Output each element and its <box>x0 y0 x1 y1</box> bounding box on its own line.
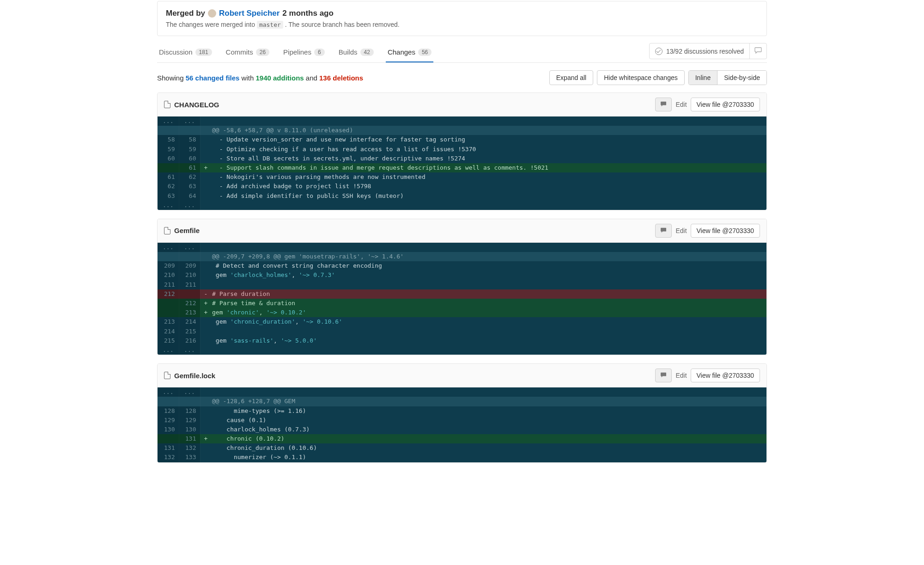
summary-files[interactable]: 56 changed files <box>186 74 240 82</box>
comment-icon <box>660 372 667 378</box>
author-link[interactable]: Robert Speicher <box>219 9 280 18</box>
tab-builds[interactable]: Builds 42 <box>337 43 376 62</box>
line-old: 210 <box>158 270 179 280</box>
merged-box: Merged by Robert Speicher 2 months ago T… <box>157 1 767 36</box>
line-old[interactable]: ... <box>158 345 179 355</box>
side-by-side-button[interactable]: Side-by-side <box>717 71 766 85</box>
tab-discussion[interactable]: Discussion 181 <box>157 43 214 62</box>
comment-button[interactable] <box>655 98 672 111</box>
line-old: 214 <box>158 327 179 336</box>
edit-button[interactable]: Edit <box>675 372 687 379</box>
line-sign <box>200 336 208 345</box>
line-sign: + <box>200 308 208 317</box>
file-name-text: Gemfile <box>174 227 200 234</box>
diff-line: 128128 mime-types (>= 1.16) <box>158 406 766 416</box>
summary-and: and <box>304 74 319 82</box>
comment-button[interactable] <box>655 368 672 382</box>
line-old <box>158 299 179 308</box>
edit-button[interactable]: Edit <box>675 227 687 234</box>
edit-button[interactable]: Edit <box>675 101 687 108</box>
line-sign <box>200 327 208 336</box>
line-new <box>179 397 200 406</box>
diff-line: 212+# Parse time & duration <box>158 299 766 308</box>
line-code: gem 'chronic', '~> 0.10.2' <box>208 308 766 317</box>
file-name-text: CHANGELOG <box>174 101 219 109</box>
file-name-text: Gemfile.lock <box>174 372 215 380</box>
line-new[interactable]: ... <box>179 243 200 252</box>
diff-line: ...... <box>158 345 766 355</box>
line-code <box>208 201 766 210</box>
file-header: Gemfile.lockEditView file @2703330 <box>158 364 766 387</box>
tab-badge: 26 <box>256 49 269 56</box>
line-old: 63 <box>158 191 179 201</box>
expand-all-button[interactable]: Expand all <box>549 70 593 85</box>
view-file-button[interactable]: View file @2703330 <box>691 224 760 238</box>
line-new: 59 <box>179 145 200 154</box>
tab-badge: 6 <box>314 49 325 56</box>
line-old: 128 <box>158 406 179 416</box>
view-file-button[interactable]: View file @2703330 <box>691 98 760 111</box>
summary-with: with <box>239 74 255 82</box>
line-new[interactable]: ... <box>179 387 200 397</box>
diff-line: 131+ chronic (0.10.2) <box>158 434 766 443</box>
summary-dels: 136 deletions <box>319 74 363 82</box>
tab-pipelines[interactable]: Pipelines 6 <box>281 43 327 62</box>
btn-group: Expand all Hide whitespace changes Inlin… <box>549 70 767 85</box>
line-sign: + <box>200 163 208 172</box>
tab-label: Builds <box>339 48 358 56</box>
diff-line: 131132 chronic_duration (0.10.6) <box>158 443 766 453</box>
line-code <box>208 327 766 336</box>
line-sign <box>200 126 208 135</box>
diff-line: @@ -209,7 +209,8 @@ gem 'mousetrap-rails… <box>158 252 766 261</box>
line-code: # Detect and convert string character en… <box>208 261 766 270</box>
resolved-comment-button[interactable] <box>749 43 766 59</box>
tab-commits[interactable]: Commits 26 <box>224 43 272 62</box>
comment-button[interactable] <box>655 224 672 238</box>
line-old <box>158 308 179 317</box>
line-code: - Add archived badge to project list !57… <box>208 182 766 191</box>
hide-whitespace-button[interactable]: Hide whitespace changes <box>597 70 685 85</box>
line-code: # Parse time & duration <box>208 299 766 308</box>
diff-line: ...... <box>158 117 766 126</box>
diff-line: ...... <box>158 243 766 252</box>
diff-line: 213214 gem 'chronic_duration', '~> 0.10.… <box>158 317 766 326</box>
tab-label: Commits <box>226 48 253 56</box>
file-icon <box>164 372 170 379</box>
merged-sub-after: . The source branch has been removed. <box>283 21 400 28</box>
diff-line: 211211 <box>158 280 766 289</box>
line-code: cause (0.1) <box>208 416 766 425</box>
line-code: mime-types (>= 1.16) <box>208 406 766 416</box>
summary-adds: 1940 additions <box>255 74 304 82</box>
line-old <box>158 163 179 172</box>
diff-line: 130130 charlock_holmes (0.7.3) <box>158 425 766 434</box>
line-new: 62 <box>179 172 200 182</box>
line-new[interactable]: ... <box>179 117 200 126</box>
line-old[interactable]: ... <box>158 201 179 210</box>
line-new <box>179 252 200 261</box>
line-old[interactable]: ... <box>158 243 179 252</box>
line-old[interactable]: ... <box>158 387 179 397</box>
inline-button[interactable]: Inline <box>689 71 717 85</box>
line-sign <box>200 252 208 261</box>
line-old <box>158 434 179 443</box>
file-name[interactable]: Gemfile <box>164 227 200 234</box>
file-actions: EditView file @2703330 <box>655 368 760 382</box>
line-code <box>208 387 766 397</box>
line-new[interactable]: ... <box>179 201 200 210</box>
line-new: 63 <box>179 182 200 191</box>
view-mode-segment: Inline Side-by-side <box>688 70 767 85</box>
line-code: - Support slash commands in issue and me… <box>208 163 766 172</box>
file-name[interactable]: CHANGELOG <box>164 101 219 109</box>
merged-sub-before: The changes were merged into <box>166 21 257 28</box>
tab-label: Changes <box>388 48 415 56</box>
tab-changes[interactable]: Changes 56 <box>386 43 433 62</box>
line-new[interactable]: ... <box>179 345 200 355</box>
line-new: 210 <box>179 270 200 280</box>
line-old[interactable]: ... <box>158 117 179 126</box>
view-file-button[interactable]: View file @2703330 <box>691 368 760 382</box>
diff-line: ...... <box>158 201 766 210</box>
line-old: 62 <box>158 182 179 191</box>
line-new <box>179 126 200 135</box>
file-name[interactable]: Gemfile.lock <box>164 372 215 380</box>
merged-title: Merged by Robert Speicher 2 months ago <box>166 9 758 18</box>
